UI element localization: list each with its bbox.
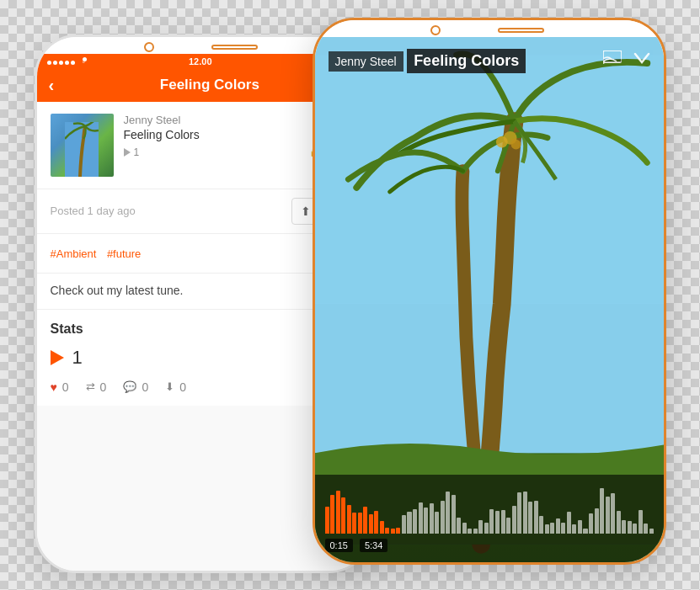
waveform-bar-55[interactable] xyxy=(628,521,632,533)
waveform-bar-25[interactable] xyxy=(462,523,467,533)
phone-2: Jenny Steel Feeling Colors xyxy=(313,18,666,565)
waveform-bar-42[interactable] xyxy=(556,518,560,534)
play-stat: 1 xyxy=(51,347,355,369)
phone-1-camera xyxy=(144,42,154,52)
signal-dots: ◦ xyxy=(47,56,88,66)
waveform-bar-41[interactable] xyxy=(550,523,554,533)
waveform-bar-9[interactable] xyxy=(374,511,378,533)
cast-icon[interactable] xyxy=(603,50,622,70)
time-row: 0:15 5:34 xyxy=(325,539,654,552)
waveform-bar-5[interactable] xyxy=(352,513,356,534)
player-song-title: Feeling Colors xyxy=(407,49,526,73)
track-main: Jenny Steel 5:34 Feeling Colors 1 xyxy=(51,114,355,177)
waveform-bar-11[interactable] xyxy=(385,528,389,534)
waveform-bar-16[interactable] xyxy=(413,509,417,533)
waveform-bar-17[interactable] xyxy=(419,502,423,533)
waveform-bar-47[interactable] xyxy=(583,529,587,534)
download-icon: ⬇ xyxy=(165,380,174,393)
waveform-bar-44[interactable] xyxy=(567,512,571,534)
chevron-down-icon[interactable] xyxy=(633,51,650,69)
likes-stat: ♥ 0 xyxy=(51,380,69,394)
waveform-bar-21[interactable] xyxy=(441,501,445,533)
waveform-bar-32[interactable] xyxy=(501,510,505,534)
waveform-bar-51[interactable] xyxy=(606,497,610,533)
downloads-count: 0 xyxy=(179,380,186,394)
waveform-bar-4[interactable] xyxy=(347,505,351,533)
waveform-bar-8[interactable] xyxy=(369,514,373,533)
waveform-bar-13[interactable] xyxy=(396,528,400,533)
waveform-bar-3[interactable] xyxy=(341,497,345,533)
waveform-bar-53[interactable] xyxy=(617,511,621,534)
waveform-bar-40[interactable] xyxy=(545,524,549,533)
waveform-bar-18[interactable] xyxy=(424,508,428,534)
waveform-bar-10[interactable] xyxy=(380,521,384,534)
heart-icon: ♥ xyxy=(51,380,57,394)
waveform-bar-50[interactable] xyxy=(600,488,604,534)
waveform-bar-36[interactable] xyxy=(523,492,527,534)
waveform-bar-45[interactable] xyxy=(572,524,576,534)
waveform-bar-52[interactable] xyxy=(611,493,615,533)
waveform-bar-58[interactable] xyxy=(644,524,648,534)
waveform-bar-27[interactable] xyxy=(473,529,478,534)
waveform-bar-38[interactable] xyxy=(534,501,538,533)
waveform-bar-49[interactable] xyxy=(595,508,599,533)
waveform-bar-2[interactable] xyxy=(336,491,340,533)
waveform-bar-26[interactable] xyxy=(468,529,472,534)
status-time: 12.00 xyxy=(189,56,212,66)
wifi-icon: ◦ xyxy=(83,57,87,61)
player-bottom: 0:15 5:34 xyxy=(315,475,664,562)
waveform-bar-37[interactable] xyxy=(528,502,532,534)
waveform-bar-48[interactable] xyxy=(589,513,593,534)
waveform-bar-28[interactable] xyxy=(478,520,483,534)
tag-ambient[interactable]: #Ambient xyxy=(51,247,97,260)
waveform-bar-30[interactable] xyxy=(489,509,494,533)
waveform-bar-31[interactable] xyxy=(495,511,500,534)
waveform-bar-0[interactable] xyxy=(325,507,329,534)
time-total: 5:34 xyxy=(360,539,387,552)
player-header: Jenny Steel Feeling Colors xyxy=(329,47,650,73)
waveform[interactable] xyxy=(325,483,654,534)
track-thumbnail xyxy=(51,114,114,177)
player-title-block: Jenny Steel Feeling Colors xyxy=(329,47,526,73)
tag-future[interactable]: #future xyxy=(107,247,141,260)
posted-text: Posted 1 day ago xyxy=(51,205,136,217)
player-screen: Jenny Steel Feeling Colors xyxy=(315,37,664,562)
waveform-bar-46[interactable] xyxy=(578,520,582,533)
time-current: 0:15 xyxy=(325,539,353,552)
waveform-bar-35[interactable] xyxy=(517,492,521,533)
plays-number: 1 xyxy=(72,347,83,369)
waveform-bar-54[interactable] xyxy=(622,520,626,534)
comments-stat: 💬 0 xyxy=(123,380,148,394)
waveform-bar-14[interactable] xyxy=(402,515,406,534)
waveform-bar-6[interactable] xyxy=(358,513,362,534)
waveform-bar-24[interactable] xyxy=(457,518,461,533)
waveform-bar-59[interactable] xyxy=(649,529,654,534)
description-text: Check out my latest tune. xyxy=(51,284,355,297)
waveform-bar-33[interactable] xyxy=(506,518,510,534)
player-overlay-top: Jenny Steel Feeling Colors xyxy=(315,37,664,83)
waveform-bar-56[interactable] xyxy=(633,524,637,534)
waveform-bar-57[interactable] xyxy=(639,510,643,534)
back-button[interactable]: ‹ xyxy=(49,76,55,95)
reposts-stat: ⇄ 0 xyxy=(86,380,107,394)
stat-icons-row: ♥ 0 ⇄ 0 💬 0 ⬇ 0 xyxy=(51,380,355,394)
waveform-bar-15[interactable] xyxy=(407,512,411,533)
waveform-bar-22[interactable] xyxy=(446,492,450,534)
waveform-bar-19[interactable] xyxy=(430,503,434,533)
share-icon: ⬆ xyxy=(301,205,311,218)
waveform-bar-20[interactable] xyxy=(435,512,439,534)
repost-icon: ⇄ xyxy=(86,380,95,393)
phone-1-speaker xyxy=(211,45,258,50)
waveform-bar-7[interactable] xyxy=(363,507,367,533)
waveform-bar-23[interactable] xyxy=(452,495,456,534)
play-icon-sm xyxy=(124,148,131,157)
likes-count: 0 xyxy=(62,380,69,394)
play-count: 1 xyxy=(124,146,140,158)
waveform-bar-34[interactable] xyxy=(512,506,516,533)
waveform-bar-43[interactable] xyxy=(561,523,565,533)
waveform-bar-12[interactable] xyxy=(391,529,395,534)
waveform-bar-1[interactable] xyxy=(330,495,334,534)
waveform-bar-39[interactable] xyxy=(539,516,543,534)
waveform-bar-29[interactable] xyxy=(484,523,489,534)
stats-title: Stats xyxy=(51,322,355,337)
